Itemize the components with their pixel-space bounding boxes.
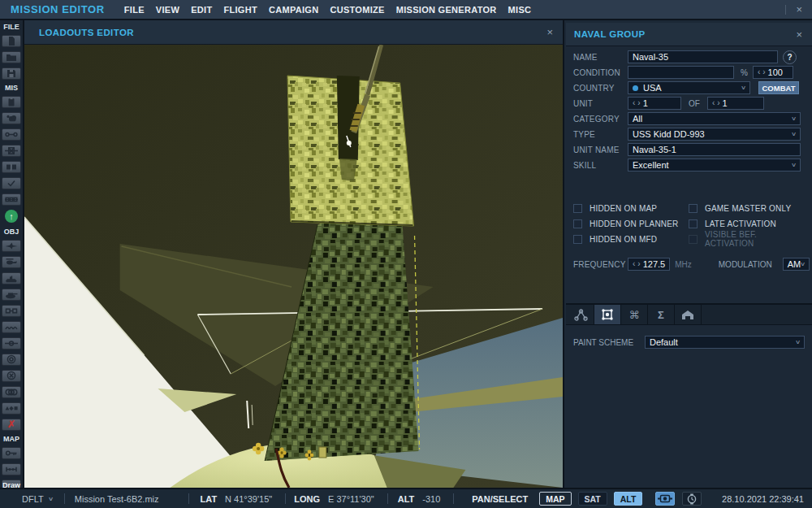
country-label: COUNTRY bbox=[573, 84, 628, 93]
menu-customize[interactable]: CUSTOMIZE bbox=[330, 5, 384, 15]
add-helicopter-button[interactable] bbox=[2, 256, 21, 268]
lat-value: N 41°39'15" bbox=[225, 494, 272, 504]
country-dropdown[interactable]: USA ∨ bbox=[628, 81, 750, 94]
menu-campaign[interactable]: CAMPAIGN bbox=[269, 5, 318, 15]
tab-route[interactable] bbox=[568, 305, 594, 324]
tab-hangar[interactable] bbox=[675, 305, 702, 324]
validate-button[interactable] bbox=[2, 177, 21, 189]
sat-button[interactable]: SAT bbox=[578, 492, 607, 506]
spin-left-icon[interactable]: ‹ bbox=[633, 260, 635, 268]
skill-dropdown[interactable]: Excellent ∨ bbox=[628, 158, 801, 172]
add-group-button[interactable] bbox=[2, 321, 21, 333]
category-dropdown[interactable]: All ∨ bbox=[628, 112, 801, 125]
chevron-down-icon: ∨ bbox=[791, 115, 797, 122]
status-bar: DFLT ∨ Mission Test-6B2.miz LAT N 41°39'… bbox=[0, 488, 812, 508]
chain-button[interactable] bbox=[2, 193, 21, 206]
section-file-label: FILE bbox=[3, 23, 19, 31]
goal-flags-button[interactable] bbox=[2, 161, 21, 173]
time-settings-button[interactable] bbox=[682, 492, 702, 506]
name-input[interactable] bbox=[628, 50, 778, 63]
triggers-button[interactable] bbox=[2, 128, 21, 141]
map-button[interactable]: MAP bbox=[539, 492, 571, 506]
menu-file[interactable]: FILE bbox=[124, 5, 145, 15]
spin-left-icon[interactable]: ‹ bbox=[712, 99, 715, 107]
weather-button[interactable] bbox=[2, 112, 21, 124]
menu-misc[interactable]: MISC bbox=[508, 5, 532, 15]
chevron-down-icon: ∨ bbox=[800, 261, 806, 267]
waypoint-button[interactable] bbox=[2, 337, 21, 350]
zone-exclude-button[interactable] bbox=[2, 370, 21, 382]
unit-count-spinner[interactable]: ‹ › 1 bbox=[628, 97, 681, 110]
unit-name-row: UNIT NAME bbox=[573, 143, 805, 156]
toolbar-sidebar: FILE MIS ↑ OBJ ✗ MAP Draw ⏻ bbox=[0, 20, 24, 488]
hidden-on-map-label: HIDDEN ON MAP bbox=[590, 204, 657, 213]
add-airplane-button[interactable] bbox=[2, 240, 21, 252]
spin-right-icon[interactable]: › bbox=[762, 68, 765, 76]
condition-spinner[interactable]: ‹ › 100 bbox=[753, 66, 793, 79]
eye-icon bbox=[658, 494, 672, 503]
map-key-button[interactable] bbox=[2, 447, 21, 459]
briefing-button[interactable] bbox=[2, 96, 21, 108]
waypoint-line-icon bbox=[5, 339, 18, 348]
spin-right-icon[interactable]: › bbox=[637, 99, 640, 107]
alt-button[interactable]: ALT bbox=[614, 492, 643, 506]
spin-left-icon[interactable]: ‹ bbox=[758, 68, 760, 76]
late-activation-option: LATE ACTIVATION bbox=[689, 219, 805, 228]
tab-summary[interactable]: Σ bbox=[648, 305, 675, 324]
3d-viewport[interactable] bbox=[24, 45, 563, 488]
delete-button[interactable]: ✗ bbox=[2, 419, 21, 431]
add-static-button[interactable] bbox=[2, 305, 21, 317]
unit-total-value: 1 bbox=[723, 98, 728, 108]
frequency-spinner[interactable]: ‹ › 127.5 bbox=[628, 258, 670, 271]
paint-scheme-dropdown[interactable]: Default ∨ bbox=[645, 336, 805, 349]
loadouts-close-icon[interactable]: × bbox=[546, 26, 553, 38]
profile-selector[interactable]: DFLT bbox=[22, 494, 44, 504]
menu-mission-generator[interactable]: MISSION GENERATOR bbox=[396, 5, 497, 15]
spin-right-icon[interactable]: › bbox=[717, 99, 719, 107]
sync-up-button[interactable]: ↑ bbox=[5, 210, 18, 223]
route-icon bbox=[573, 308, 589, 321]
spin-left-icon[interactable]: ‹ bbox=[633, 99, 635, 107]
save-mission-button[interactable] bbox=[2, 67, 21, 80]
game-master-only-checkbox[interactable] bbox=[689, 204, 698, 213]
sequence-button[interactable] bbox=[2, 386, 21, 398]
add-vehicle-button[interactable] bbox=[2, 289, 21, 301]
modulation-dropdown[interactable]: AM ∨ bbox=[783, 258, 810, 271]
category-value: All bbox=[633, 114, 642, 124]
help-button[interactable]: ? bbox=[783, 50, 797, 64]
mast-glint bbox=[347, 141, 352, 145]
unit-count-value: 1 bbox=[643, 98, 648, 108]
naval-group-close-icon[interactable]: × bbox=[796, 28, 802, 41]
menu-view[interactable]: VIEW bbox=[156, 5, 179, 15]
mission-goals-button[interactable] bbox=[2, 145, 21, 157]
unit-total-spinner[interactable]: ‹ › 1 bbox=[707, 97, 764, 110]
condition-input[interactable] bbox=[628, 66, 734, 79]
add-ship-button[interactable] bbox=[2, 272, 21, 284]
group-box-icon bbox=[600, 308, 615, 321]
category-row: CATEGORY All ∨ bbox=[573, 112, 805, 125]
new-mission-button[interactable] bbox=[2, 35, 21, 47]
tab-actions[interactable]: ⌘ bbox=[621, 305, 648, 324]
menu-flight[interactable]: FLIGHT bbox=[223, 5, 257, 15]
combat-button[interactable]: COMBAT bbox=[758, 81, 799, 94]
statusbar-divider bbox=[387, 493, 388, 504]
tab-group[interactable] bbox=[594, 305, 621, 324]
ruler-button[interactable] bbox=[2, 463, 21, 475]
unit-name-input[interactable] bbox=[628, 143, 801, 156]
type-dropdown[interactable]: USS Kidd DD-993 ∨ bbox=[628, 128, 801, 141]
combat-label: COMBAT bbox=[762, 84, 796, 93]
open-mission-button[interactable] bbox=[2, 51, 21, 63]
view-options-button[interactable] bbox=[655, 492, 675, 506]
hidden-on-map-checkbox[interactable] bbox=[573, 204, 582, 213]
hidden-on-mfd-checkbox[interactable] bbox=[573, 235, 582, 244]
open-folder-icon bbox=[6, 53, 17, 62]
templates-button[interactable] bbox=[2, 402, 21, 415]
condition-row: CONDITION % ‹ › 100 bbox=[573, 66, 805, 79]
zone-button[interactable] bbox=[2, 354, 21, 366]
hidden-on-planner-checkbox[interactable] bbox=[573, 219, 582, 228]
spin-right-icon[interactable]: › bbox=[637, 260, 640, 268]
late-activation-checkbox[interactable] bbox=[689, 219, 698, 228]
app-close-icon[interactable]: × bbox=[796, 3, 802, 15]
cloud-icon bbox=[6, 114, 17, 123]
menu-edit[interactable]: EDIT bbox=[191, 5, 212, 15]
